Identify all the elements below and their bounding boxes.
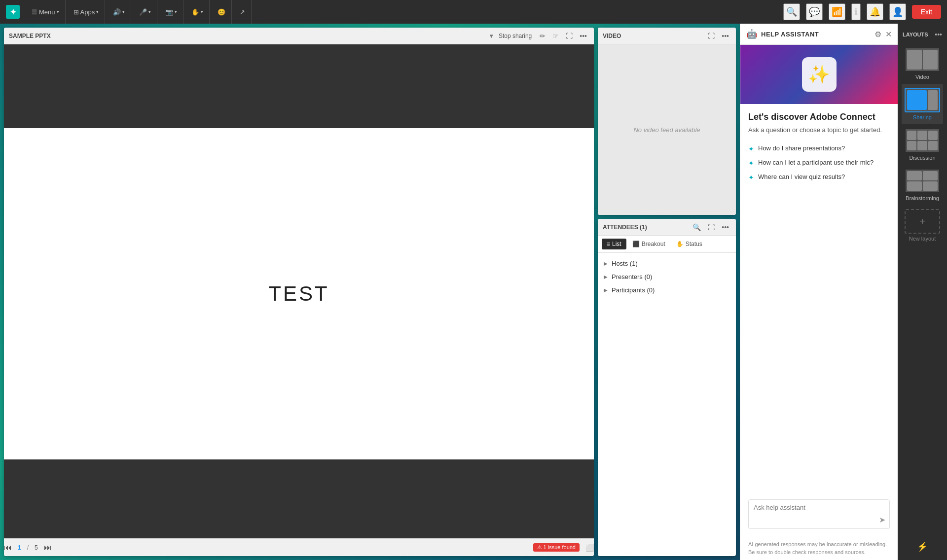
question-3[interactable]: ✦ Where can I view quiz results? — [748, 170, 890, 184]
attendees-search-button[interactable]: 🔍 — [691, 222, 703, 232]
question-1-icon: ✦ — [748, 145, 754, 153]
layout-add-button[interactable]: + — [905, 209, 940, 234]
layout-sharing-inner — [906, 89, 939, 111]
issue-badge: ⚠ 1 issue found — [533, 543, 580, 552]
camera-chevron-icon: ▾ — [175, 9, 177, 14]
layout-block-main — [907, 90, 927, 110]
help-heading: Let's discover Adobe Connect — [748, 112, 890, 122]
pointer-button[interactable]: ☞ — [550, 31, 561, 41]
menu-button[interactable]: Menu ▾ — [28, 6, 63, 18]
attendees-more-button[interactable]: ••• — [720, 222, 731, 232]
question-3-text: Where can I view quiz results? — [758, 173, 845, 180]
participants-group[interactable]: ▶ Participants (0) — [598, 283, 736, 297]
participants-label: Participants (0) — [612, 286, 655, 294]
question-1-text: How do I share presentations? — [758, 144, 845, 152]
layouts-more-button[interactable]: ••• — [935, 31, 942, 38]
layout-discussion-label: Discussion — [909, 155, 935, 161]
stop-sharing-button[interactable]: Stop sharing — [496, 32, 535, 40]
help-send-button[interactable]: ➤ — [879, 515, 885, 525]
layout-brainstorming-thumb — [905, 169, 940, 193]
tab-status[interactable]: ✋ Status — [671, 239, 707, 249]
help-disclaimer: AI generated responses may be inaccurate… — [740, 537, 898, 560]
video-pane: VIDEO ⛶ ••• No video feed available — [598, 28, 736, 215]
exit-button[interactable]: Exit — [912, 5, 941, 19]
page-separator: / — [27, 544, 29, 551]
first-slide-button[interactable]: ⏮ — [4, 543, 12, 552]
more-button[interactable]: ••• — [578, 31, 589, 41]
presenters-group[interactable]: ▶ Presenters (0) — [598, 270, 736, 283]
hosts-group[interactable]: ▶ Hosts (1) — [598, 257, 736, 270]
tab-breakout-label: Breakout — [642, 241, 665, 247]
first-page-button[interactable]: ⏭ — [44, 543, 52, 552]
bell-button[interactable]: 🔔 — [867, 3, 883, 20]
attendees-tabs: ≡ List ⬛ Breakout ✋ Status — [598, 236, 736, 253]
hand-button[interactable]: ✋ ▾ — [187, 6, 207, 18]
layout-video[interactable]: Video — [902, 43, 943, 84]
reactions-icon: ↗ — [240, 8, 245, 16]
edit-button[interactable]: ✏ — [538, 31, 547, 41]
presentation-title: SAMPLE PPTX — [9, 33, 486, 39]
help-input[interactable] — [754, 504, 884, 519]
presenters-chevron-icon: ▶ — [604, 274, 608, 280]
layout-sharing[interactable]: Sharing — [902, 84, 943, 124]
audio-button[interactable]: 🔊 ▾ — [109, 6, 129, 18]
layout-discussion[interactable]: Discussion — [902, 124, 943, 165]
layout-new-label: New layout — [909, 236, 936, 242]
fullscreen-button[interactable]: ⛶ — [564, 31, 575, 41]
help-title: HELP ASSISTANT — [761, 31, 871, 38]
question-1[interactable]: ✦ How do I share presentations? — [748, 141, 890, 156]
help-close-button[interactable]: ✕ — [885, 30, 892, 39]
info-button[interactable]: ℹ — [851, 3, 861, 20]
bars-icon — [32, 8, 37, 16]
video-more-button[interactable]: ••• — [720, 31, 731, 41]
reactions-group: ↗ — [234, 0, 252, 24]
layout-discussion-inner — [906, 129, 939, 152]
tab-list[interactable]: ≡ List — [602, 239, 626, 249]
presentation-header: SAMPLE PPTX ▾ Stop sharing ✏ ☞ ⛶ ••• — [4, 28, 594, 44]
help-settings-button[interactable]: ⚙ — [874, 30, 881, 39]
slide-top-bar — [4, 44, 594, 128]
apps-button[interactable]: Apps ▾ — [70, 6, 103, 18]
layout-brainstorming-label: Brainstorming — [906, 195, 939, 201]
attendees-list: ▶ Hosts (1) ▶ Presenters (0) ▶ Participa… — [598, 253, 736, 556]
mic-button[interactable]: 🎤 ▾ — [135, 6, 155, 18]
slide-content: TEST — [4, 44, 594, 538]
layout-block — [928, 131, 938, 140]
mic-group: 🎤 ▾ — [133, 0, 157, 24]
layouts-title: LAYOUTS — [903, 32, 928, 37]
chat-button[interactable]: 💬 — [806, 3, 823, 20]
emoji-button[interactable]: 😊 — [214, 6, 229, 18]
question-2[interactable]: ✦ How can I let a participant use their … — [748, 156, 890, 170]
layout-brainstorming[interactable]: Brainstorming — [902, 165, 943, 205]
help-thumbnail: ✨ — [740, 45, 898, 104]
grid-icon — [73, 8, 79, 16]
attendees-title: ATTENDEES (1) — [603, 224, 687, 231]
apps-label: Apps — [80, 8, 95, 16]
camera-group: 📷 ▾ — [159, 0, 183, 24]
hosts-chevron-icon: ▶ — [604, 261, 608, 266]
reactions-button[interactable]: ↗ — [236, 6, 249, 18]
no-video-text: No video feed available — [633, 126, 700, 134]
layout-video-thumb — [905, 47, 940, 72]
layouts-settings-button[interactable]: ⚡ — [902, 537, 943, 556]
layout-block — [907, 50, 922, 70]
help-body: Let's discover Adobe Connect Ask a quest… — [740, 104, 898, 537]
video-fullscreen-button[interactable]: ⛶ — [706, 31, 717, 41]
attendees-pane: ATTENDEES (1) 🔍 ⛶ ••• ≡ List — [598, 219, 736, 556]
audio-chevron-icon: ▾ — [122, 9, 125, 14]
video-header: VIDEO ⛶ ••• — [598, 28, 736, 44]
apps-chevron-icon: ▾ — [96, 9, 99, 14]
help-header: 🤖 HELP ASSISTANT ⚙ ✕ — [740, 24, 898, 45]
profile-button[interactable]: 👤 — [889, 3, 906, 20]
search-button[interactable]: 🔍 — [783, 3, 800, 20]
signal-button[interactable]: 📶 — [829, 3, 845, 20]
camera-button[interactable]: 📷 ▾ — [161, 6, 181, 18]
list-icon: ≡ — [607, 241, 610, 247]
attendees-fullscreen-button[interactable]: ⛶ — [706, 222, 717, 232]
slide-text: TEST — [268, 282, 329, 306]
slide-footer: ⏮ 1 / 5 ⏭ ⚠ 1 issue found ⬜ — [4, 538, 594, 556]
layout-new[interactable]: + New layout — [902, 205, 943, 245]
tab-breakout[interactable]: ⬛ Breakout — [627, 239, 670, 249]
view-toggle-button[interactable]: ⬜ — [585, 544, 594, 552]
video-actions: ⛶ ••• — [706, 31, 731, 41]
